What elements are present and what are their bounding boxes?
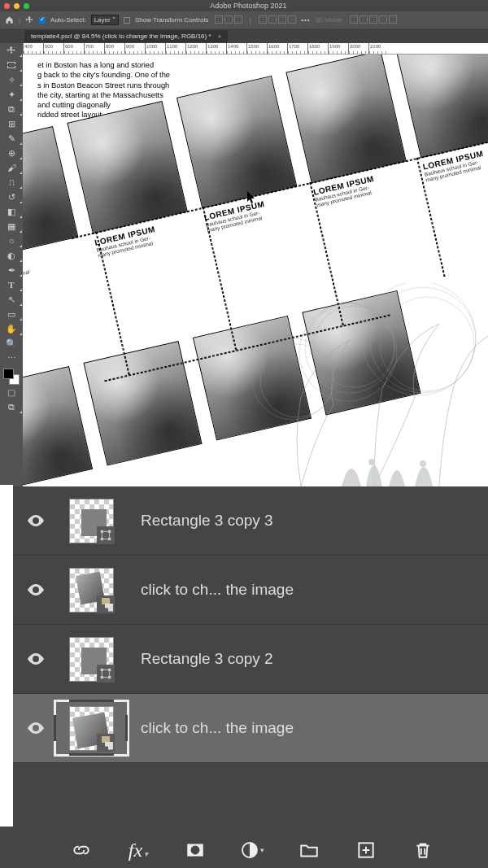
ruler-tick: 700 — [84, 43, 104, 55]
ruler-tick: 1300 — [206, 43, 226, 55]
layer-row[interactable]: Rectangle 3 copy 2 — [0, 625, 488, 694]
background-window-edge — [0, 485, 13, 827]
more-align-button[interactable]: ••• — [301, 16, 310, 24]
tool-hand[interactable]: ✋ — [0, 321, 23, 336]
tool-dodge[interactable]: ◐ — [0, 248, 23, 263]
svg-rect-11 — [101, 530, 102, 532]
document-tab-label: template4.psd @ 84.5% (click to change t… — [31, 33, 211, 40]
horizontal-ruler[interactable]: 4005006007008009001000110012001300140015… — [23, 43, 488, 55]
tools-panel: ✧ ✦ ⧉ ⊞ ✎ ⊕ 🖌 ⎍ ↺ ◧ ▦ ○ ◐ ✒ T ↖ ▭ ✋ 🔍 ⋯ … — [0, 43, 23, 486]
tool-shape[interactable]: ▭ — [0, 307, 23, 321]
layer-row[interactable]: click to ch... the image — [0, 556, 488, 625]
card-row: M IPSUMschool in Ger-promoted minimalLOR… — [23, 55, 488, 486]
link-layers-button[interactable] — [69, 838, 94, 862]
ruler-tick: 1000 — [145, 43, 165, 55]
layers-panel-footer: fx▾ ▾ — [0, 825, 488, 868]
tool-history-brush[interactable]: ↺ — [0, 190, 23, 204]
visibility-toggle[interactable] — [15, 580, 57, 600]
tool-eyedropper[interactable]: ✎ — [0, 131, 23, 146]
layer-name[interactable]: Rectangle 3 copy 2 — [141, 650, 273, 668]
visibility-toggle[interactable] — [15, 718, 57, 738]
card-image — [176, 76, 297, 208]
tool-pen[interactable]: ✒ — [0, 263, 23, 277]
screen-mode-button[interactable]: ⧉ — [0, 399, 23, 414]
show-transform-checkbox[interactable] — [124, 17, 130, 24]
svg-rect-19 — [109, 676, 111, 678]
ruler-tick: 1600 — [267, 43, 287, 55]
layer-name[interactable]: click to ch... the image — [141, 581, 294, 599]
tool-frame[interactable]: ⊞ — [0, 116, 23, 131]
svg-rect-16 — [101, 669, 102, 670]
ruler-tick: 2000 — [348, 43, 368, 55]
move-tool-icon — [25, 15, 34, 24]
tool-gradient[interactable]: ▦ — [0, 219, 23, 233]
ruler-tick: 900 — [124, 43, 145, 55]
tool-zoom[interactable]: 🔍 — [0, 336, 23, 351]
options-bar: | Auto-Select: Layer ˅ Show Transform Co… — [0, 11, 488, 28]
ruler-tick: 1900 — [328, 43, 348, 55]
auto-select-dropdown[interactable]: Layer ˅ — [91, 15, 119, 25]
adjustment-layer-button[interactable]: ▾ — [240, 838, 264, 862]
layer-fx-button[interactable]: fx▾ — [126, 838, 150, 862]
ruler-tick: 800 — [104, 43, 124, 55]
ruler-tick: 1500 — [246, 43, 267, 55]
layer-thumbnail[interactable] — [69, 706, 114, 751]
layer-row[interactable]: click to ch... the image — [0, 694, 488, 763]
tool-path[interactable]: ↖ — [0, 292, 23, 307]
show-transform-label: Show Transform Controls — [135, 16, 208, 24]
mouse-cursor — [247, 191, 257, 204]
layer-thumbnail[interactable] — [69, 637, 114, 682]
color-swatches[interactable] — [3, 369, 20, 385]
smart-object-icon — [97, 734, 115, 752]
visibility-toggle[interactable] — [15, 511, 57, 530]
new-layer-button[interactable] — [354, 838, 378, 862]
svg-rect-17 — [109, 669, 111, 670]
document-tab[interactable]: template4.psd @ 84.5% (click to change t… — [24, 30, 228, 42]
app-title: Adobe Photoshop 2021 — [9, 2, 488, 10]
visibility-toggle[interactable] — [15, 649, 57, 669]
tool-brush[interactable]: 🖌 — [0, 160, 23, 175]
tool-edit-toolbar[interactable]: ⋯ — [0, 351, 23, 365]
layer-name[interactable]: Rectangle 3 copy 3 — [141, 512, 273, 530]
ruler-tick: 1400 — [226, 43, 246, 55]
tool-type[interactable]: T — [0, 277, 23, 292]
distribute-icons[interactable] — [257, 15, 296, 25]
portfolio-card: M IPS — [23, 366, 96, 486]
ruler-tick: 1200 — [185, 43, 206, 55]
delete-layer-button[interactable] — [411, 838, 435, 862]
close-tab-icon[interactable]: × — [218, 33, 222, 40]
svg-point-21 — [191, 846, 200, 855]
card-image — [395, 55, 488, 158]
svg-rect-18 — [101, 676, 102, 678]
ruler-tick: 1800 — [307, 43, 328, 55]
titlebar: Adobe Photoshop 2021 — [0, 0, 488, 11]
tool-stamp[interactable]: ⎍ — [0, 175, 23, 190]
quick-mask-button[interactable]: ▢ — [0, 385, 23, 399]
layer-name[interactable]: click to ch... the image — [141, 719, 294, 737]
ruler-tick: 1700 — [287, 43, 307, 55]
layer-thumbnail[interactable] — [69, 499, 114, 543]
document-canvas[interactable]: et in Boston has a long and storiedg bac… — [23, 55, 488, 486]
tool-blur[interactable]: ○ — [0, 233, 23, 248]
tool-heal[interactable]: ⊕ — [0, 146, 23, 160]
tool-wand[interactable]: ✦ — [0, 87, 23, 102]
tool-lasso[interactable]: ✧ — [0, 72, 23, 87]
align-icons[interactable] — [213, 15, 242, 25]
new-group-button[interactable] — [297, 838, 321, 862]
home-icon[interactable] — [5, 15, 14, 24]
tool-crop[interactable]: ⧉ — [0, 102, 23, 116]
layer-thumbnail[interactable] — [69, 568, 114, 613]
layer-row[interactable]: Rectangle 3 copy 3 — [0, 486, 488, 556]
ruler-tick: 600 — [63, 43, 84, 55]
vector-mask-icon — [97, 665, 115, 683]
layer-mask-button[interactable] — [183, 838, 207, 862]
ruler-tick: 1100 — [165, 43, 185, 55]
tool-marquee[interactable] — [0, 58, 23, 72]
vector-mask-icon — [97, 526, 115, 544]
ruler-tick: 2100 — [368, 43, 389, 55]
tool-move[interactable] — [0, 43, 23, 58]
tool-eraser[interactable]: ◧ — [0, 204, 23, 219]
auto-select-checkbox[interactable] — [39, 17, 46, 24]
document-tab-bar: template4.psd @ 84.5% (click to change t… — [0, 28, 488, 43]
smart-object-icon — [97, 595, 115, 613]
